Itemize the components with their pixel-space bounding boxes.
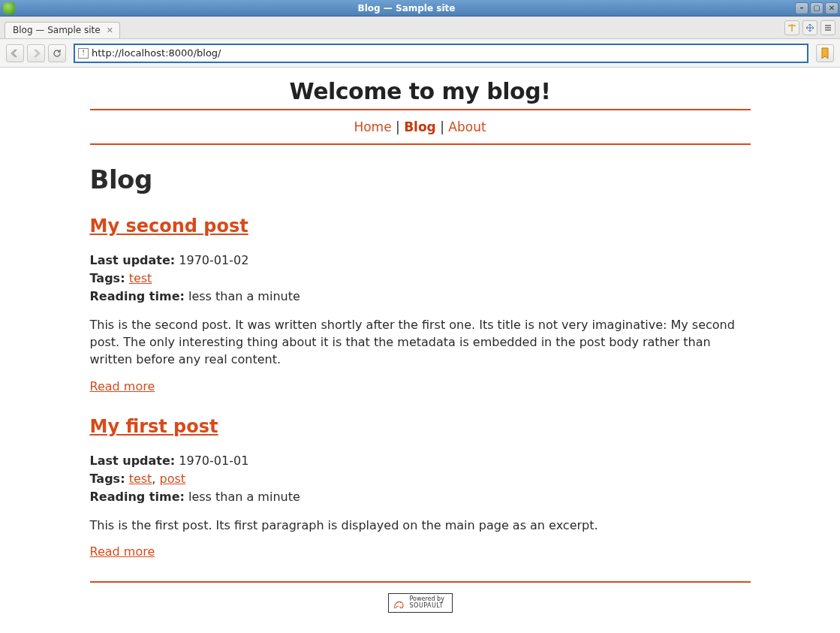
page-viewport[interactable]: Welcome to my blog! Home | Blog | About … <box>0 68 840 633</box>
tag-link[interactable]: test <box>129 271 152 285</box>
powered-by-badge[interactable]: Powered by SOUPAULT <box>388 593 453 613</box>
meta-label-tags: Tags: <box>90 271 125 285</box>
bookmark-button[interactable] <box>816 44 834 62</box>
nav-link-about[interactable]: About <box>448 119 486 134</box>
post-excerpt: This is the first post. Its first paragr… <box>90 517 751 534</box>
minimize-button[interactable]: – <box>795 2 808 14</box>
reload-button[interactable] <box>48 44 66 62</box>
nav-rule <box>90 143 751 145</box>
move-icon <box>805 23 814 32</box>
meta-value-reading-time: less than a minute <box>188 289 300 303</box>
meta-value-last-update: 1970-01-02 <box>179 253 248 267</box>
window-title: Blog — Sample site <box>18 3 795 14</box>
site-header-title: Welcome to my blog! <box>90 78 751 104</box>
nav-link-home[interactable]: Home <box>354 119 391 134</box>
meta-value-reading-time: less than a minute <box>188 490 300 504</box>
meta-label-last-update: Last update: <box>90 253 176 267</box>
nav-link-blog[interactable]: Blog <box>404 119 436 134</box>
new-tab-button[interactable] <box>784 20 799 35</box>
footer-rule <box>90 581 751 583</box>
svg-point-0 <box>400 601 401 602</box>
menu-button[interactable] <box>820 20 835 35</box>
badge-text: Powered by SOUPAULT <box>410 596 444 610</box>
tab-label: Blog — Sample site <box>13 25 101 35</box>
post-meta: Last update: 1970-01-01 Tags: test, post… <box>90 452 751 506</box>
hamburger-icon <box>823 23 832 32</box>
soupault-logo-icon <box>392 595 407 610</box>
site-identity-icon[interactable]: ! <box>78 48 89 59</box>
maximize-button[interactable]: ▢ <box>810 2 823 14</box>
reload-icon <box>52 48 62 59</box>
post-title: My second post <box>90 216 751 237</box>
site-nav: Home | Blog | About <box>90 116 751 139</box>
page-content: Welcome to my blog! Home | Blog | About … <box>90 68 751 628</box>
post-title-link[interactable]: My second post <box>90 216 248 237</box>
meta-label-reading-time: Reading time: <box>90 289 185 303</box>
forward-button[interactable] <box>27 44 45 62</box>
bookmark-icon <box>820 47 830 59</box>
window-titlebar: Blog — Sample site – ▢ ✕ <box>0 0 840 17</box>
nav-sep: | <box>396 119 404 134</box>
url-input[interactable] <box>92 47 804 59</box>
app-icon <box>3 2 15 14</box>
read-more: Read more <box>90 379 751 393</box>
meta-value-last-update: 1970-01-01 <box>179 454 248 468</box>
forward-icon <box>31 48 41 59</box>
section-heading: Blog <box>90 164 751 194</box>
nav-toolbar: ! <box>0 39 840 68</box>
close-window-button[interactable]: ✕ <box>825 2 838 14</box>
close-tab-icon[interactable]: ✕ <box>107 26 113 35</box>
tag-sep: , <box>152 472 159 486</box>
meta-label-reading-time: Reading time: <box>90 490 185 504</box>
post-title: My first post <box>90 416 751 437</box>
browser-tab[interactable]: Blog — Sample site ✕ <box>5 22 120 38</box>
panel-toggle-button[interactable] <box>802 20 817 35</box>
back-icon <box>10 48 20 59</box>
read-more-link[interactable]: Read more <box>90 544 155 559</box>
window-controls: – ▢ ✕ <box>795 2 838 14</box>
post-meta: Last update: 1970-01-02 Tags: test Readi… <box>90 252 751 306</box>
read-more-link[interactable]: Read more <box>90 379 155 393</box>
tag-link[interactable]: test <box>129 472 152 486</box>
back-button[interactable] <box>6 44 24 62</box>
header-rule <box>90 109 751 110</box>
post: My second post Last update: 1970-01-02 T… <box>90 216 751 393</box>
post-excerpt: This is the second post. It was written … <box>90 316 751 369</box>
nav-sep: | <box>440 119 448 134</box>
post: My first post Last update: 1970-01-01 Ta… <box>90 416 751 559</box>
plus-icon <box>787 23 796 32</box>
meta-label-tags: Tags: <box>90 472 125 486</box>
post-title-link[interactable]: My first post <box>90 416 218 437</box>
meta-label-last-update: Last update: <box>90 454 176 468</box>
url-bar[interactable]: ! <box>74 44 808 63</box>
read-more: Read more <box>90 544 751 559</box>
tag-link[interactable]: post <box>160 472 186 486</box>
tab-strip: Blog — Sample site ✕ <box>0 17 840 39</box>
badge-line2: SOUPAULT <box>410 603 444 610</box>
